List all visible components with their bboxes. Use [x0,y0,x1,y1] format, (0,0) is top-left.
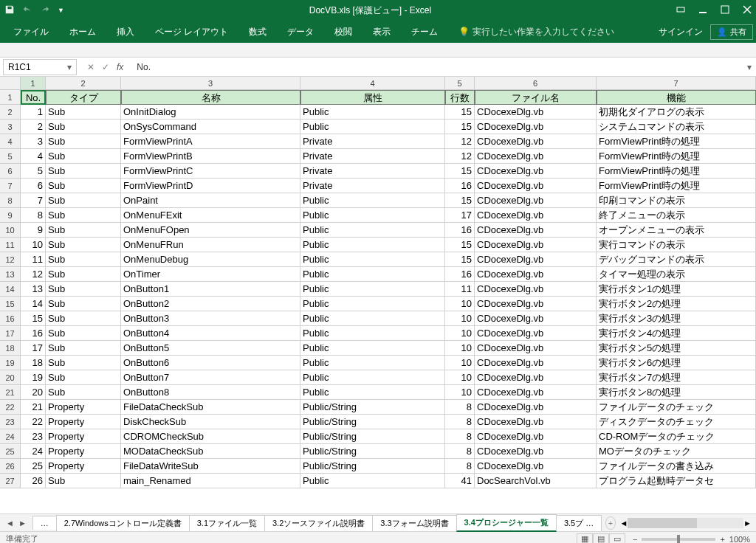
col-header[interactable]: 5 [445,77,475,89]
row-header[interactable]: 6 [0,164,21,179]
header-cell[interactable]: No. [21,90,46,105]
cell[interactable]: Public [300,297,445,311]
cell[interactable]: Public [300,223,445,238]
formula-expand-icon[interactable]: ▾ [743,62,756,72]
row-header[interactable]: 20 [0,370,21,385]
cell[interactable]: OnButton2 [121,297,300,311]
tab-view[interactable]: 表示 [362,21,401,43]
cell[interactable]: 3 [21,134,46,149]
cell[interactable]: OnButton8 [121,385,300,400]
cell[interactable]: 19 [21,370,46,385]
cell[interactable]: 10 [445,311,475,326]
sheet-tab-more[interactable]: … [32,516,57,530]
cell[interactable]: DocSearchVol.vb [475,474,597,488]
row-header[interactable]: 8 [0,193,21,208]
cell[interactable]: CDocexeDlg.vb [475,297,597,311]
cell[interactable]: 21 [21,400,46,415]
cell[interactable]: FormViewPrintD [121,179,300,193]
cell[interactable]: 11 [21,252,46,267]
view-layout-icon[interactable]: ▤ [593,533,609,544]
cell[interactable]: Sub [46,341,121,356]
cell[interactable]: 12 [21,267,46,282]
cell[interactable]: 15 [445,193,475,208]
row-header[interactable]: 23 [0,415,21,429]
name-box[interactable]: R1C1 ▾ [3,59,77,75]
header-cell[interactable]: 属性 [300,90,445,105]
cell[interactable]: OnButton4 [121,326,300,341]
cell[interactable]: 13 [21,282,46,297]
cell[interactable]: OnMenuDebug [121,252,300,267]
cell[interactable]: 16 [445,223,475,238]
cell[interactable]: 実行ボタン5の処理 [597,341,756,356]
cell[interactable]: MODataCheckSub [121,444,300,459]
cell[interactable]: Sub [46,311,121,326]
cell[interactable]: OnInitDialog [121,105,300,120]
cell[interactable]: 10 [445,370,475,385]
cell[interactable]: 印刷コマンドの表示 [597,193,756,208]
cell[interactable]: Public [300,341,445,356]
cell[interactable]: 1 [21,105,46,120]
col-header[interactable]: 6 [475,77,597,89]
col-header[interactable]: 3 [121,77,300,89]
tab-team[interactable]: チーム [401,21,448,43]
row-header[interactable]: 26 [0,459,21,474]
cell[interactable]: OnSysCommand [121,120,300,134]
cell[interactable]: Public [300,193,445,208]
add-sheet-button[interactable]: + [605,516,615,530]
signin-link[interactable]: サインイン [659,26,703,38]
cell[interactable]: Sub [46,326,121,341]
tab-layout[interactable]: ページ レイアウト [145,21,238,43]
cell[interactable]: OnButton3 [121,311,300,326]
cell[interactable]: FileDataWriteSub [121,459,300,474]
formula-input[interactable]: No. [131,62,743,72]
row-header[interactable]: 14 [0,282,21,297]
cell[interactable]: 16 [21,326,46,341]
cell[interactable]: 8 [445,415,475,429]
cell[interactable]: MOデータのチェック [597,444,756,459]
cell[interactable]: CDocexeDlg.vb [475,149,597,164]
cell[interactable]: CDocexeDlg.vb [475,282,597,297]
cell[interactable]: Private [300,134,445,149]
cell[interactable]: Property [46,429,121,444]
col-header[interactable]: 1 [21,77,46,89]
zoom-in-button[interactable]: + [720,535,724,544]
cell[interactable]: 実行コマンドの表示 [597,238,756,252]
cell[interactable]: 12 [445,134,475,149]
cell[interactable]: 11 [445,282,475,297]
cell[interactable]: 4 [21,149,46,164]
cell[interactable]: CDocexeDlg.vb [475,179,597,193]
cell[interactable]: CDocexeDlg.vb [475,356,597,370]
cell[interactable]: 5 [21,164,46,179]
scroll-thumb[interactable] [628,518,697,528]
cell[interactable]: Sub [46,370,121,385]
cell[interactable]: Public [300,238,445,252]
cell[interactable]: Public [300,282,445,297]
cell[interactable]: Public [300,120,445,134]
cell[interactable]: 24 [21,444,46,459]
cell[interactable]: Sub [46,149,121,164]
cell[interactable]: システムコマンドの表示 [597,120,756,134]
cell[interactable]: Sub [46,474,121,488]
cell[interactable]: 15 [21,311,46,326]
cell[interactable]: OnButton1 [121,282,300,297]
cell[interactable]: Sub [46,252,121,267]
qat-dropdown-icon[interactable]: ▼ [58,7,64,14]
cell[interactable]: 23 [21,429,46,444]
row-header[interactable]: 15 [0,297,21,311]
sheet-tab[interactable]: 3.1ファイル一覧 [189,515,265,531]
cell[interactable]: ファイルデータのチェック [597,400,756,415]
cell[interactable]: Sub [46,179,121,193]
cell[interactable]: FormViewPrint時の処理 [597,149,756,164]
row-header[interactable]: 7 [0,179,21,193]
cell[interactable]: Public/String [300,459,445,474]
cell[interactable]: OnPaint [121,193,300,208]
scroll-right-icon[interactable]: ► [743,519,752,528]
cell[interactable]: Public [300,252,445,267]
cell[interactable]: FormViewPrintA [121,134,300,149]
cell[interactable]: CDocexeDlg.vb [475,105,597,120]
cell[interactable]: Public/String [300,415,445,429]
cell[interactable]: OnMenuFOpen [121,223,300,238]
cell[interactable]: DiskCheckSub [121,415,300,429]
cell[interactable]: Sub [46,297,121,311]
cell[interactable]: FormViewPrintB [121,149,300,164]
